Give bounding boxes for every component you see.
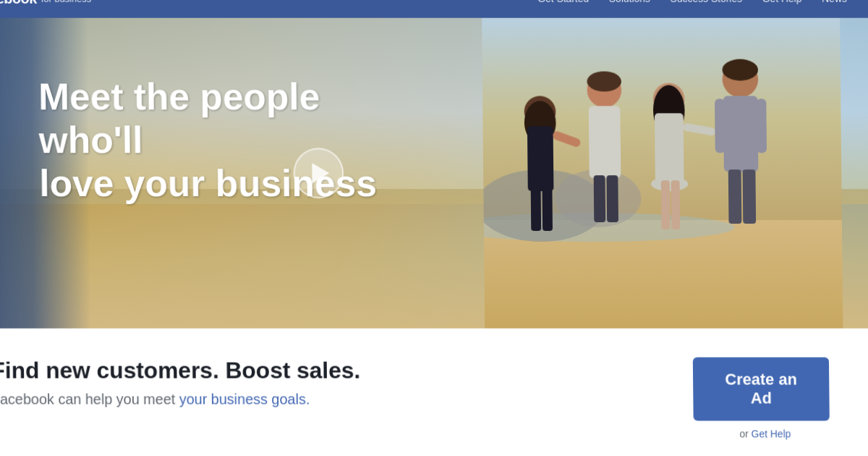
hero-text: Meet the people who'll love your busines…	[38, 76, 383, 206]
content-left: Find new customers. Boost sales. Faceboo…	[0, 358, 493, 423]
logo-facebook: ffacebook	[0, 0, 37, 7]
get-help-link[interactable]: Get Help	[752, 428, 791, 439]
sub-headline-plain: Facebook can help you meet	[0, 391, 179, 407]
browser-chrome: ffacebook for business Get Started Solut…	[0, 0, 868, 456]
nav-link-get-started[interactable]: Get Started	[537, 0, 589, 4]
or-get-help: or Get Help	[694, 428, 837, 439]
hero-headline: Meet the people who'll love your busines…	[38, 76, 383, 206]
hero-section: Meet the people who'll love your busines…	[0, 18, 868, 329]
content-top: Find new customers. Boost sales. Faceboo…	[0, 358, 837, 440]
nav-links: Get Started Solutions Success Stories Ge…	[537, 0, 847, 4]
play-button[interactable]	[293, 148, 344, 198]
page-wrapper: ffacebook for business Get Started Solut…	[0, 0, 868, 456]
edge-shadow	[0, 18, 5, 329]
main-headline: Find new customers. Boost sales.	[0, 358, 493, 384]
nav-link-solutions[interactable]: Solutions	[609, 0, 650, 4]
people-silhouettes	[482, 18, 843, 329]
logo-area: ffacebook for business	[0, 0, 91, 7]
create-ad-button[interactable]: Create an Ad	[693, 358, 830, 421]
nav-link-success-stories[interactable]: Success Stories	[671, 0, 743, 4]
browser-tilt: ffacebook for business Get Started Solut…	[0, 0, 868, 456]
logo-for-business: for business	[41, 0, 92, 4]
sub-headline: Facebook can help you meet your business…	[0, 391, 493, 408]
hero-left-overlay	[0, 18, 91, 329]
nav-link-get-help[interactable]: Get Help	[762, 0, 802, 4]
nav-link-news[interactable]: News	[822, 0, 847, 4]
play-triangle-icon	[312, 163, 329, 183]
cta-area: Create an Ad or Get Help	[693, 358, 837, 440]
sub-headline-link[interactable]: your business goals.	[179, 391, 310, 407]
facebook-nav: ffacebook for business Get Started Solut…	[0, 0, 868, 18]
main-content: Find new customers. Boost sales. Faceboo…	[0, 329, 868, 456]
